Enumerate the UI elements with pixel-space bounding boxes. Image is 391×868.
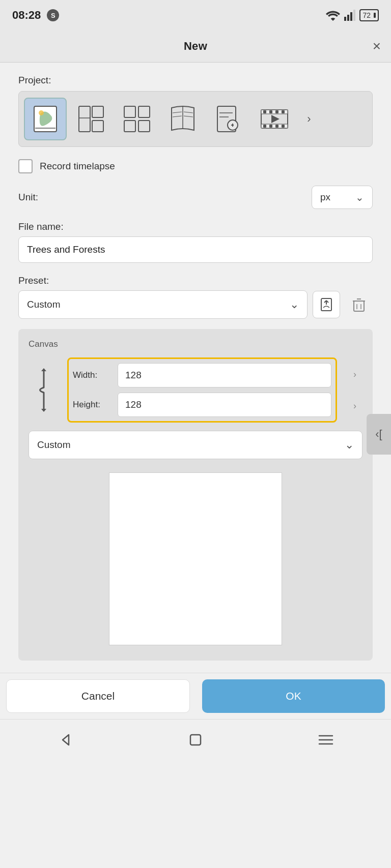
save-preset-icon xyxy=(319,297,333,312)
dim-arrows: › › xyxy=(347,367,362,413)
project-type-comic[interactable] xyxy=(70,98,113,140)
svg-rect-13 xyxy=(138,121,150,132)
back-nav-button[interactable] xyxy=(50,725,80,755)
unit-row: Unit: px ⌄ xyxy=(18,186,373,209)
width-row: Width: xyxy=(73,363,331,387)
svg-rect-29 xyxy=(282,110,285,113)
back-icon xyxy=(58,732,73,747)
link-dimensions-button[interactable] xyxy=(29,365,59,415)
project-type-single[interactable] xyxy=(24,98,67,140)
svg-marker-46 xyxy=(63,735,69,745)
svg-point-5 xyxy=(39,110,44,115)
svg-line-15 xyxy=(173,112,182,113)
canvas-title: Canvas xyxy=(29,339,362,349)
canvas-preview-box xyxy=(109,472,282,645)
svg-rect-39 xyxy=(354,301,364,311)
project-type-picker: › xyxy=(18,91,373,147)
preset-section: Preset: Custom ⌄ xyxy=(18,275,373,319)
signal-icon xyxy=(344,10,355,21)
cancel-button[interactable]: Cancel xyxy=(6,679,190,713)
ok-button[interactable]: OK xyxy=(202,679,385,713)
svg-rect-11 xyxy=(138,106,150,117)
project-label: Project: xyxy=(18,75,373,86)
canvas-preset-chevron-icon: ⌄ xyxy=(345,438,354,452)
canvas-preset-row: Custom ⌄ xyxy=(29,431,362,459)
svg-rect-10 xyxy=(124,106,135,117)
status-right: 72 xyxy=(326,9,379,21)
record-timelapse-row: Record timelapse xyxy=(18,159,373,173)
width-input[interactable] xyxy=(118,363,331,387)
svg-rect-8 xyxy=(92,121,103,132)
project-type-grid[interactable] xyxy=(116,98,158,140)
svg-rect-30 xyxy=(263,125,266,128)
svg-rect-2 xyxy=(350,12,352,21)
height-arrow-button[interactable]: › xyxy=(347,398,362,413)
project-more-button[interactable]: › xyxy=(299,98,319,140)
svg-line-17 xyxy=(184,112,193,113)
dialog-header: New × xyxy=(0,31,391,63)
status-bar: 08:28 S 72 xyxy=(0,0,391,31)
svg-rect-28 xyxy=(275,110,278,113)
filename-label: File name: xyxy=(18,221,64,232)
collapse-icon: ‹[ xyxy=(375,428,382,441)
link-icon xyxy=(31,367,57,413)
svg-marker-45 xyxy=(41,409,46,412)
canvas-preset-value: Custom xyxy=(37,439,70,451)
svg-rect-3 xyxy=(353,10,355,21)
svg-rect-6 xyxy=(79,106,90,132)
home-icon xyxy=(188,733,203,747)
project-type-settings-page[interactable] xyxy=(207,98,250,140)
height-label: Height: xyxy=(73,400,114,410)
preset-chevron-icon: ⌄ xyxy=(290,298,299,311)
preset-delete-button[interactable] xyxy=(345,291,373,318)
unit-select[interactable]: px ⌄ xyxy=(312,186,373,209)
svg-rect-7 xyxy=(92,106,103,117)
svg-rect-1 xyxy=(347,15,349,21)
filename-input[interactable] xyxy=(18,236,373,263)
canvas-dims-row: Width: Height: › › xyxy=(29,357,362,423)
nav-bar xyxy=(0,719,391,760)
record-timelapse-checkbox[interactable] xyxy=(18,159,33,173)
close-button[interactable]: × xyxy=(373,39,381,53)
battery-level: 72 xyxy=(362,11,371,19)
preset-save-button[interactable] xyxy=(313,291,340,318)
height-input[interactable] xyxy=(118,393,331,417)
project-type-video[interactable] xyxy=(253,98,296,140)
height-row: Height: xyxy=(73,393,331,417)
svg-marker-34 xyxy=(271,115,280,123)
dialog-body: Project: xyxy=(0,63,391,673)
canvas-preset-select[interactable]: Custom ⌄ xyxy=(29,431,362,459)
svg-rect-32 xyxy=(275,125,278,128)
width-label: Width: xyxy=(73,370,114,380)
chevron-down-icon: › xyxy=(307,112,311,126)
svg-line-16 xyxy=(173,116,182,117)
menu-nav-button[interactable] xyxy=(311,725,341,755)
s-app-icon: S xyxy=(47,9,59,21)
dimensions-inputs-container: Width: Height: xyxy=(67,357,337,423)
width-arrow-button[interactable]: › xyxy=(347,367,362,382)
unit-label: Unit: xyxy=(18,192,38,203)
trash-icon xyxy=(352,297,366,312)
preset-select[interactable]: Custom ⌄ xyxy=(18,290,308,319)
unit-chevron-icon: ⌄ xyxy=(355,191,364,203)
wifi-icon xyxy=(326,10,340,21)
record-timelapse-label: Record timelapse xyxy=(40,161,115,172)
svg-marker-44 xyxy=(41,368,46,371)
project-type-book[interactable] xyxy=(161,98,204,140)
menu-icon xyxy=(318,734,333,746)
svg-rect-47 xyxy=(190,735,201,745)
canvas-preview xyxy=(29,467,362,650)
svg-rect-0 xyxy=(344,17,346,21)
bottom-buttons: Cancel OK xyxy=(0,673,391,719)
canvas-section: Canvas Width: He xyxy=(18,329,373,661)
filename-section: File name: xyxy=(18,221,373,263)
preset-row: Custom ⌄ xyxy=(18,290,373,319)
svg-rect-31 xyxy=(269,125,272,128)
home-nav-button[interactable] xyxy=(180,725,211,755)
svg-line-18 xyxy=(184,116,193,117)
battery-icon: 72 xyxy=(359,9,379,21)
collapse-handle[interactable]: ‹[ xyxy=(367,414,391,455)
preset-value: Custom xyxy=(27,299,60,310)
status-time: 08:28 xyxy=(12,9,41,22)
svg-rect-26 xyxy=(263,110,266,113)
